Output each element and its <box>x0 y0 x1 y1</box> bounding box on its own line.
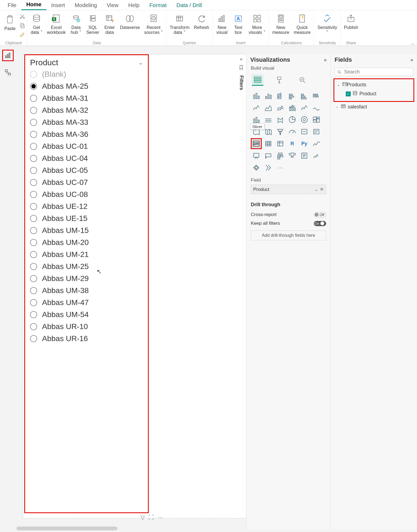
viz-type-11[interactable] <box>311 102 322 113</box>
collapse-pane-icon[interactable]: » <box>324 57 327 63</box>
radio-icon[interactable] <box>30 299 37 306</box>
viz-type-25[interactable] <box>263 138 274 149</box>
paste-button[interactable]: Paste <box>2 13 18 32</box>
transform-data-button[interactable]: Transform data ˅ <box>168 12 192 40</box>
slicer-item[interactable]: Abbas MA-31 <box>30 92 147 104</box>
radio-icon[interactable] <box>30 227 37 234</box>
viz-type-13[interactable] <box>263 114 274 125</box>
slicer-item[interactable]: Abbas UM-20 <box>30 237 147 249</box>
cut-icon[interactable] <box>19 13 25 20</box>
radio-icon[interactable] <box>30 167 37 174</box>
viz-type-36[interactable] <box>251 162 262 173</box>
remove-field-icon[interactable]: ✕ <box>320 187 324 192</box>
slicer-item[interactable]: Abbas UR-16 <box>30 333 147 345</box>
viz-type-17[interactable] <box>311 114 322 125</box>
radio-icon[interactable] <box>30 131 37 138</box>
slicer-item[interactable]: Abbas UE-15 <box>30 212 147 224</box>
slicer-item[interactable]: Abbas UM-54 <box>30 309 147 321</box>
tab-home[interactable]: Home <box>21 0 46 10</box>
tab-format[interactable]: Format <box>144 0 171 10</box>
viz-type-29[interactable] <box>311 138 322 149</box>
radio-icon[interactable] <box>30 155 37 162</box>
viz-type-6[interactable] <box>251 102 262 113</box>
viz-type-23[interactable] <box>311 126 322 137</box>
format-painter-icon[interactable] <box>19 32 25 39</box>
slicer-item[interactable]: Abbas MA-36 <box>30 128 147 140</box>
report-view-button[interactable] <box>2 50 14 61</box>
viz-type-15[interactable] <box>287 114 298 125</box>
analytics-mode[interactable] <box>297 74 308 86</box>
field-chip-product[interactable]: Product ⌄ ✕ <box>251 185 326 194</box>
slicer-item[interactable]: Abbas MA-33 <box>30 116 147 128</box>
viz-type-10[interactable] <box>299 102 310 113</box>
slicer-item[interactable]: Abbas UC-01 <box>30 140 147 152</box>
excel-workbook-button[interactable]: XExcel workbook <box>45 12 68 40</box>
radio-icon[interactable] <box>30 119 37 126</box>
radio-icon[interactable] <box>30 95 37 102</box>
report-page[interactable]: Product ⌄ (Blank)Abbas MA-25Abbas MA-31A… <box>23 54 249 518</box>
expand-left-icon[interactable]: « <box>240 56 243 62</box>
slicer-item[interactable]: Abbas UC-04 <box>30 152 147 164</box>
radio-icon[interactable] <box>30 203 37 210</box>
fields-search[interactable]: Search <box>335 68 413 76</box>
filters-pane-collapsed[interactable]: « Filters <box>236 54 246 90</box>
radio-icon[interactable] <box>30 215 37 222</box>
slicer-item[interactable]: Abbas UC-08 <box>30 188 147 200</box>
slicer-visual[interactable]: Product ⌄ (Blank)Abbas MA-25Abbas MA-31A… <box>24 54 149 513</box>
viz-type-22[interactable] <box>299 126 310 137</box>
checkbox-checked-icon[interactable]: ✓ <box>346 91 351 96</box>
chevron-down-icon[interactable]: ⌄ <box>138 59 143 66</box>
viz-type-37[interactable] <box>263 162 274 173</box>
slicer-item[interactable]: (Blank) <box>30 68 147 80</box>
publish-button[interactable]: Publish <box>342 12 360 40</box>
viz-type-9[interactable] <box>287 102 298 113</box>
model-view-button[interactable] <box>2 67 14 78</box>
viz-type-19[interactable] <box>263 126 274 137</box>
slicer-item[interactable]: Abbas UR-10 <box>30 321 147 333</box>
new-visual-button[interactable]: New visual <box>214 12 230 40</box>
viz-type-3[interactable] <box>287 90 298 101</box>
slicer-item[interactable]: Abbas UM-47 <box>30 297 147 309</box>
cross-report-toggle[interactable]: Off <box>314 212 326 217</box>
viz-type-21[interactable] <box>287 126 298 137</box>
viz-type-5[interactable] <box>311 90 322 101</box>
viz-type-2[interactable] <box>275 90 286 101</box>
viz-type-30[interactable] <box>251 150 262 161</box>
viz-type-8[interactable] <box>275 102 286 113</box>
filter-icon[interactable]: ▽ <box>141 514 145 521</box>
radio-icon[interactable] <box>30 83 37 90</box>
bookmark-icon[interactable] <box>239 65 244 71</box>
chevron-down-icon[interactable]: ⌄ <box>314 187 318 192</box>
collapse-ribbon-icon[interactable]: ︿ <box>410 41 415 47</box>
horizontal-scrollbar[interactable] <box>16 527 117 530</box>
field-product[interactable]: ✓ Product <box>335 89 413 98</box>
viz-type-26[interactable] <box>275 138 286 149</box>
slicer-item[interactable]: Abbas UM-21 <box>30 249 147 261</box>
tab-file[interactable]: File <box>3 0 21 10</box>
new-measure-button[interactable]: New measure <box>270 12 291 40</box>
refresh-button[interactable]: Refresh <box>192 12 211 40</box>
more-options-icon[interactable]: ⋯ <box>158 514 163 521</box>
radio-icon[interactable] <box>30 311 37 318</box>
radio-icon[interactable] <box>30 275 37 282</box>
radio-icon[interactable] <box>30 143 37 150</box>
viz-type-31[interactable] <box>263 150 274 161</box>
more-visuals-button[interactable]: More visuals ˅ <box>246 12 267 40</box>
viz-type-4[interactable] <box>299 90 310 101</box>
viz-slicer[interactable] <box>251 138 262 149</box>
viz-type-34[interactable] <box>299 150 310 161</box>
viz-type-33[interactable] <box>287 150 298 161</box>
enter-data-button[interactable]: Enter data <box>102 12 118 40</box>
table-salesfact[interactable]: › salesfact <box>333 102 414 111</box>
slicer-item[interactable]: Abbas UE-12 <box>30 200 147 212</box>
copy-icon[interactable] <box>19 23 25 29</box>
radio-icon[interactable] <box>30 107 37 114</box>
viz-type-20[interactable] <box>275 126 286 137</box>
sensitivity-button[interactable]: Sensitivity ˅ <box>315 12 339 40</box>
radio-icon[interactable] <box>30 287 37 294</box>
sql-server-button[interactable]: SQL Server <box>84 12 101 40</box>
drill-through-dropzone[interactable]: Add drill-through fields here <box>251 230 326 240</box>
tab-view[interactable]: View <box>102 0 123 10</box>
text-box-button[interactable]: AText box <box>230 12 246 40</box>
radio-icon[interactable] <box>30 335 37 342</box>
